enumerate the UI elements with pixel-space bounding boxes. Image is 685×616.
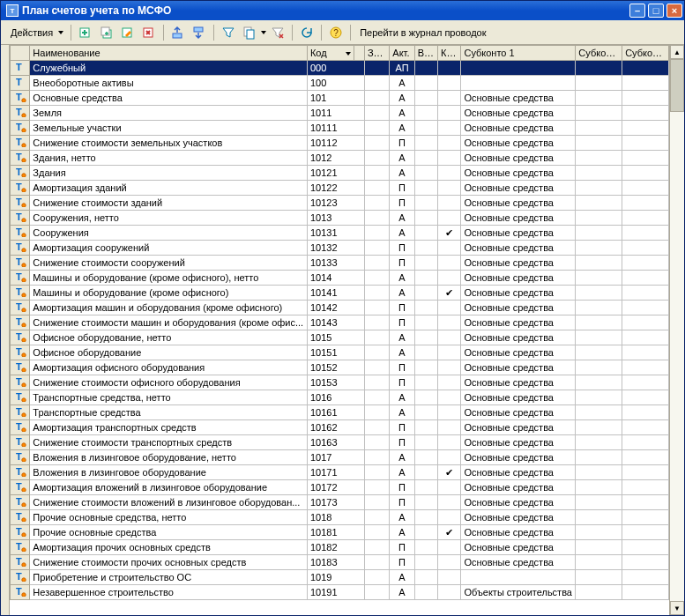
table-row[interactable]: TАмортизация транспортных средств10162ПО… [11,420,669,435]
cell-akt: П [390,181,414,196]
table-row[interactable]: TЗемля1011АОсновные средства [11,106,669,121]
table-row[interactable]: TПрочие основные средства, нетто1018АОсн… [11,510,669,525]
table-row[interactable]: TТранспортные средства, нетто1016АОсновн… [11,390,669,405]
accounts-grid[interactable]: Наименование Код Заб. Акт. Вал. Кол. Суб… [10,45,669,615]
table-row[interactable]: TАмортизация зданий10122ПОсновные средст… [11,181,669,196]
col-sub3[interactable]: Субкон... [622,46,669,61]
col-kol[interactable]: Кол. [438,46,461,61]
separator [213,25,214,41]
journal-link[interactable]: Перейти в журнал проводок [355,24,490,41]
col-zab[interactable]: Заб. [364,46,389,61]
table-row[interactable]: TЗемельные участки10111АОсновные средств… [11,121,669,136]
cell-zab [364,420,389,435]
svg-text:T: T [16,226,22,237]
account-icon: T [14,331,26,342]
cell-name: Транспортные средства [30,405,308,420]
add-copy-button[interactable] [97,24,116,41]
delete-button[interactable] [139,24,159,41]
cell-val [414,420,437,435]
cell-sub2 [576,106,622,121]
table-row[interactable]: TСнижение стоимости сооружений10133ПОсно… [11,256,669,271]
col-val[interactable]: Вал. [414,46,437,61]
account-icon: T [14,92,26,102]
table-row[interactable]: TСооружения10131А✔Основные средства [11,226,669,241]
col-name[interactable]: Наименование [30,46,308,61]
table-row[interactable]: TОсновные средства101АОсновные средства [11,91,669,106]
table-row[interactable]: TАмортизация сооружений10132ПОсновные ср… [11,241,669,256]
table-row[interactable]: TСнижение стоимости вложений в лизингово… [11,495,669,510]
col-code-drop[interactable] [354,46,364,61]
table-row[interactable]: TОфисное оборудование10151АОсновные сред… [11,345,669,360]
filter-button[interactable] [219,24,238,41]
table-row[interactable]: TМашины и оборудование (кроме офисного),… [11,271,669,286]
col-icon[interactable] [11,46,30,61]
scroll-up-button[interactable]: ▲ [670,45,684,59]
cell-code: 1012 [307,151,364,166]
table-row[interactable]: TВнеоборотные активы100А [11,76,669,91]
table-row[interactable]: TАмортизация прочих основных средств1018… [11,540,669,555]
refresh-button[interactable] [297,24,316,41]
cell-name: Транспортные средства, нетто [30,390,308,405]
table-row[interactable]: TАмортизация офисного оборудования10152П… [11,360,669,375]
cell-akt: П [390,495,414,510]
maximize-button[interactable]: □ [648,4,664,18]
account-icon: T [14,406,26,417]
cell-kol [438,450,461,465]
cell-sub3 [622,76,669,91]
cell-val [414,450,437,465]
help-button[interactable]: ? [326,24,346,41]
cell-sub3 [622,181,669,196]
edit-button[interactable] [118,24,138,41]
actions-menu[interactable]: Действия [4,24,66,41]
add-button[interactable] [76,24,95,41]
table-row[interactable]: TЗдания10121АОсновные средства [11,166,669,181]
move-up-button[interactable] [168,24,188,41]
table-row[interactable]: TСнижение стоимости зданий10123ПОсновные… [11,196,669,211]
row-icon-cell: T [11,91,30,106]
table-row[interactable]: TОфисное оборудование, нетто1015АОсновны… [11,330,669,345]
table-row[interactable]: TАмортизация вложений в лизинговое обору… [11,480,669,495]
account-icon: T [14,152,26,162]
table-row[interactable]: TСнижение стоимости машин и оборудования… [11,315,669,330]
col-akt[interactable]: Акт. [390,46,414,61]
table-row[interactable]: TСлужебный000АП [11,61,669,76]
table-row[interactable]: TПриобретение и строительство ОС1019А [11,570,669,585]
select-button[interactable] [240,24,266,41]
vertical-scrollbar[interactable]: ▲ ▼ [669,45,684,615]
svg-point-50 [21,368,25,372]
cell-kol: ✔ [438,226,461,241]
minimize-button[interactable]: – [629,4,645,18]
table-row[interactable]: TСооружения, нетто1013АОсновные средства [11,211,669,226]
col-sub2[interactable]: Субкон... [576,46,622,61]
move-down-button[interactable] [190,24,209,41]
scroll-down-button[interactable]: ▼ [670,601,684,615]
col-code[interactable]: Код [307,46,354,61]
clear-filter-button[interactable] [268,24,287,41]
cell-name: Сооружения [30,226,308,241]
table-row[interactable]: TТранспортные средства10161АОсновные сре… [11,405,669,420]
svg-point-24 [21,174,25,177]
row-icon-cell: T [11,420,30,435]
account-icon: T [14,241,26,252]
table-row[interactable]: TПрочие основные средства10181А✔Основные… [11,525,669,540]
scroll-thumb[interactable] [670,59,684,112]
table-row[interactable]: TВложения в лизинговое оборудование10171… [11,465,669,480]
table-row[interactable]: TСнижение стоимости прочих основных сред… [11,555,669,570]
table-row[interactable]: TВложения в лизинговое оборудование, нет… [11,450,669,465]
table-row[interactable]: TСнижение стоимости офисного оборудовани… [11,375,669,390]
close-button[interactable]: × [666,4,682,18]
table-row[interactable]: TМашины и оборудование (кроме офисного)1… [11,286,669,301]
table-row[interactable]: TСнижение стоимости транспортных средств… [11,435,669,450]
table-row[interactable]: TСнижение стоимости земельных участков10… [11,136,669,151]
cell-sub2 [576,91,622,106]
table-row[interactable]: TЗдания, нетто1012АОсновные средства [11,151,669,166]
cell-akt: А [390,166,414,181]
table-row[interactable]: TНезавершенное строительство10191АОбъект… [11,585,669,600]
table-row[interactable]: TАмортизация машин и оборудования (кроме… [11,301,669,315]
col-sub1[interactable]: Субконто 1 [461,46,576,61]
cell-zab [364,330,389,345]
scroll-track[interactable] [670,59,684,601]
cell-akt: П [390,375,414,390]
cell-name: Офисное оборудование [30,345,308,360]
cell-name: Амортизация сооружений [30,241,308,256]
